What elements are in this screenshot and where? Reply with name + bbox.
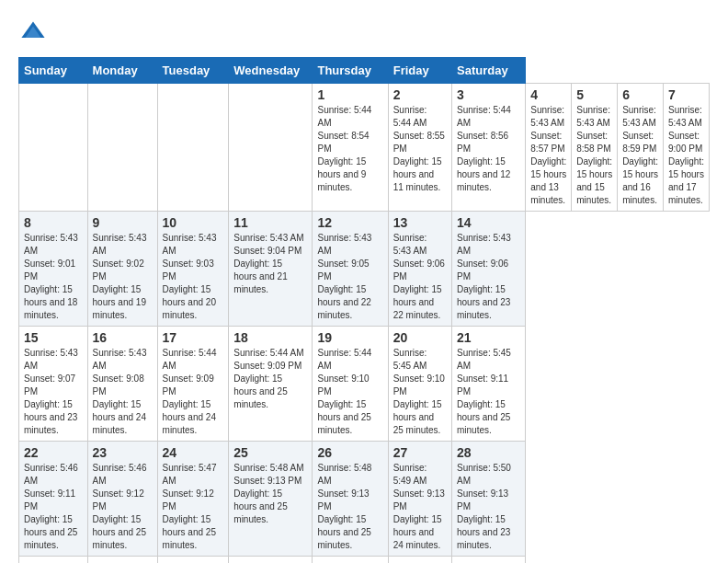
header-row: SundayMondayTuesdayWednesdayThursdayFrid…	[19, 58, 710, 84]
day-info: Sunrise: 5:44 AMSunset: 8:55 PMDaylight:…	[393, 104, 447, 194]
day-cell-21: 21Sunrise: 5:45 AMSunset: 9:11 PMDayligh…	[452, 327, 526, 442]
empty-cell	[388, 557, 451, 564]
day-info: Sunrise: 5:44 AMSunset: 9:10 PMDaylight:…	[317, 347, 382, 437]
day-number: 7	[668, 87, 704, 102]
calendar-header: SundayMondayTuesdayWednesdayThursdayFrid…	[19, 58, 710, 84]
day-cell-29: 29Sunrise: 5:50 AMSunset: 9:14 PMDayligh…	[19, 557, 88, 564]
header-day-monday: Monday	[87, 58, 157, 84]
day-info: Sunrise: 5:43 AMSunset: 9:08 PMDaylight:…	[93, 347, 153, 437]
day-cell-3: 3Sunrise: 5:44 AMSunset: 8:56 PMDaylight…	[452, 84, 526, 212]
empty-cell	[157, 84, 229, 212]
day-info: Sunrise: 5:43 AMSunset: 9:05 PMDaylight:…	[317, 232, 382, 322]
day-info: Sunrise: 5:43 AMSunset: 9:06 PMDaylight:…	[457, 232, 520, 322]
empty-cell	[229, 84, 313, 212]
day-number: 17	[163, 330, 224, 345]
day-info: Sunrise: 5:43 AMSunset: 9:02 PMDaylight:…	[93, 232, 153, 322]
day-info: Sunrise: 5:48 AMSunset: 9:13 PMDaylight:…	[233, 462, 307, 526]
day-info: Sunrise: 5:44 AMSunset: 8:56 PMDaylight:…	[457, 104, 520, 194]
day-cell-13: 13Sunrise: 5:43 AMSunset: 9:06 PMDayligh…	[388, 212, 451, 327]
day-cell-31: 31Sunrise: 5:52 AMSunset: 9:14 PMDayligh…	[157, 557, 229, 564]
day-number: 22	[24, 445, 83, 460]
day-info: Sunrise: 5:48 AMSunset: 9:13 PMDaylight:…	[317, 462, 382, 552]
day-number: 2	[393, 87, 447, 102]
empty-cell	[229, 557, 313, 564]
day-number: 25	[233, 445, 307, 460]
day-number: 26	[317, 445, 382, 460]
day-cell-1: 1Sunrise: 5:44 AMSunset: 8:54 PMDaylight…	[313, 84, 388, 212]
day-number: 8	[24, 215, 83, 230]
day-cell-6: 6Sunrise: 5:43 AMSunset: 8:59 PMDaylight…	[618, 84, 664, 212]
day-info: Sunrise: 5:49 AMSunset: 9:13 PMDaylight:…	[393, 462, 447, 552]
day-number: 21	[457, 330, 520, 345]
day-info: Sunrise: 5:44 AMSunset: 9:09 PMDaylight:…	[233, 347, 307, 411]
day-number: 3	[457, 87, 520, 102]
day-number: 14	[457, 215, 520, 230]
day-cell-27: 27Sunrise: 5:49 AMSunset: 9:13 PMDayligh…	[388, 442, 451, 557]
day-cell-19: 19Sunrise: 5:44 AMSunset: 9:10 PMDayligh…	[313, 327, 388, 442]
week-row-4: 29Sunrise: 5:50 AMSunset: 9:14 PMDayligh…	[19, 557, 710, 564]
day-cell-5: 5Sunrise: 5:43 AMSunset: 8:58 PMDaylight…	[572, 84, 618, 212]
day-info: Sunrise: 5:43 AMSunset: 8:58 PMDaylight:…	[576, 104, 612, 207]
day-cell-22: 22Sunrise: 5:46 AMSunset: 9:11 PMDayligh…	[19, 442, 88, 557]
day-info: Sunrise: 5:43 AMSunset: 9:03 PMDaylight:…	[163, 232, 224, 322]
day-info: Sunrise: 5:43 AMSunset: 9:04 PMDaylight:…	[233, 232, 307, 296]
day-cell-20: 20Sunrise: 5:45 AMSunset: 9:10 PMDayligh…	[388, 327, 451, 442]
empty-cell	[19, 84, 88, 212]
day-number: 12	[317, 215, 382, 230]
day-number: 13	[393, 215, 447, 230]
day-cell-15: 15Sunrise: 5:43 AMSunset: 9:07 PMDayligh…	[19, 327, 88, 442]
day-number: 16	[93, 330, 153, 345]
day-number: 23	[93, 445, 153, 460]
day-cell-30: 30Sunrise: 5:51 AMSunset: 9:14 PMDayligh…	[87, 557, 157, 564]
day-cell-26: 26Sunrise: 5:48 AMSunset: 9:13 PMDayligh…	[313, 442, 388, 557]
day-number: 5	[576, 87, 612, 102]
day-number: 20	[393, 330, 447, 345]
day-number: 11	[233, 215, 307, 230]
day-cell-24: 24Sunrise: 5:47 AMSunset: 9:12 PMDayligh…	[157, 442, 229, 557]
logo	[18, 18, 46, 48]
day-cell-2: 2Sunrise: 5:44 AMSunset: 8:55 PMDaylight…	[388, 84, 451, 212]
day-number: 24	[163, 445, 224, 460]
week-row-0: 1Sunrise: 5:44 AMSunset: 8:54 PMDaylight…	[19, 84, 710, 212]
day-info: Sunrise: 5:44 AMSunset: 9:09 PMDaylight:…	[163, 347, 224, 437]
day-cell-17: 17Sunrise: 5:44 AMSunset: 9:09 PMDayligh…	[157, 327, 229, 442]
day-cell-10: 10Sunrise: 5:43 AMSunset: 9:03 PMDayligh…	[157, 212, 229, 327]
day-info: Sunrise: 5:47 AMSunset: 9:12 PMDaylight:…	[163, 462, 224, 552]
header-day-tuesday: Tuesday	[157, 58, 229, 84]
empty-cell	[313, 557, 388, 564]
page-header	[18, 18, 710, 48]
day-info: Sunrise: 5:46 AMSunset: 9:12 PMDaylight:…	[93, 462, 153, 552]
empty-cell	[87, 84, 157, 212]
day-cell-12: 12Sunrise: 5:43 AMSunset: 9:05 PMDayligh…	[313, 212, 388, 327]
day-number: 27	[393, 445, 447, 460]
day-number: 18	[233, 330, 307, 345]
week-row-2: 15Sunrise: 5:43 AMSunset: 9:07 PMDayligh…	[19, 327, 710, 442]
day-info: Sunrise: 5:45 AMSunset: 9:11 PMDaylight:…	[457, 347, 520, 437]
day-cell-8: 8Sunrise: 5:43 AMSunset: 9:01 PMDaylight…	[19, 212, 88, 327]
day-info: Sunrise: 5:45 AMSunset: 9:10 PMDaylight:…	[393, 347, 447, 437]
day-number: 10	[163, 215, 224, 230]
header-day-thursday: Thursday	[313, 58, 388, 84]
day-cell-4: 4Sunrise: 5:43 AMSunset: 8:57 PMDaylight…	[526, 84, 572, 212]
header-day-friday: Friday	[388, 58, 451, 84]
day-number: 19	[317, 330, 382, 345]
day-cell-7: 7Sunrise: 5:43 AMSunset: 9:00 PMDaylight…	[664, 84, 710, 212]
empty-cell	[452, 557, 526, 564]
calendar-body: 1Sunrise: 5:44 AMSunset: 8:54 PMDaylight…	[19, 84, 710, 564]
day-info: Sunrise: 5:43 AMSunset: 9:00 PMDaylight:…	[668, 104, 704, 207]
day-info: Sunrise: 5:43 AMSunset: 8:57 PMDaylight:…	[530, 104, 566, 207]
day-cell-9: 9Sunrise: 5:43 AMSunset: 9:02 PMDaylight…	[87, 212, 157, 327]
header-day-sunday: Sunday	[19, 58, 88, 84]
calendar-table: SundayMondayTuesdayWednesdayThursdayFrid…	[18, 57, 710, 563]
day-cell-28: 28Sunrise: 5:50 AMSunset: 9:13 PMDayligh…	[452, 442, 526, 557]
day-cell-16: 16Sunrise: 5:43 AMSunset: 9:08 PMDayligh…	[87, 327, 157, 442]
day-number: 15	[24, 330, 83, 345]
day-info: Sunrise: 5:46 AMSunset: 9:11 PMDaylight:…	[24, 462, 83, 552]
header-day-wednesday: Wednesday	[229, 58, 313, 84]
week-row-1: 8Sunrise: 5:43 AMSunset: 9:01 PMDaylight…	[19, 212, 710, 327]
day-cell-11: 11Sunrise: 5:43 AMSunset: 9:04 PMDayligh…	[229, 212, 313, 327]
day-number: 1	[317, 87, 382, 102]
day-cell-23: 23Sunrise: 5:46 AMSunset: 9:12 PMDayligh…	[87, 442, 157, 557]
week-row-3: 22Sunrise: 5:46 AMSunset: 9:11 PMDayligh…	[19, 442, 710, 557]
day-info: Sunrise: 5:43 AMSunset: 9:01 PMDaylight:…	[24, 232, 83, 322]
